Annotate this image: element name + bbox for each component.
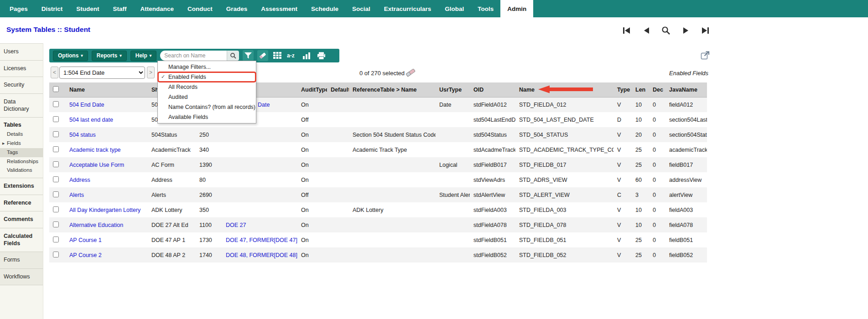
select-all-checkbox[interactable] [53, 86, 59, 92]
column-header-oid-9[interactable]: OID [470, 82, 515, 97]
nav-item-attendance[interactable]: Attendance [134, 0, 181, 17]
next-page-button[interactable]: > [147, 67, 155, 78]
sidebar-subitem-validations[interactable]: Validations [0, 166, 43, 175]
search-input[interactable] [160, 51, 227, 61]
row-checkbox[interactable] [53, 116, 59, 122]
nav-item-staff[interactable]: Staff [106, 0, 134, 17]
nav-item-global[interactable]: Global [438, 0, 471, 17]
row-checkbox[interactable] [53, 191, 59, 197]
sidebar-item-licenses[interactable]: Licenses [0, 61, 43, 77]
nav-item-student[interactable]: Student [69, 0, 106, 17]
clear-selection-icon[interactable] [405, 68, 416, 79]
field-name-link[interactable]: Acceptable Use Form [69, 162, 124, 168]
search-submit-button[interactable] [227, 51, 239, 61]
nav-item-pages[interactable]: Pages [3, 0, 35, 17]
cell-alias-link[interactable]: DOE 27 [226, 222, 246, 228]
sidebar-item-tables[interactable]: Tables [0, 118, 43, 130]
filter-menu-item-audited[interactable]: Audited [158, 92, 256, 102]
row-checkbox[interactable] [53, 161, 59, 167]
nav-item-schedule[interactable]: Schedule [304, 0, 345, 17]
nav-item-district[interactable]: District [35, 0, 70, 17]
field-name-link[interactable]: Address [69, 177, 90, 183]
sidebar-item-calculated-fields[interactable]: Calculated Fields [0, 228, 43, 252]
sidebar-item-reference[interactable]: Reference [0, 195, 43, 212]
column-header-default-6[interactable]: Default [327, 82, 349, 97]
filter-icon[interactable] [243, 50, 254, 61]
cell-alias-link[interactable]: Date [258, 102, 270, 108]
column-header-javaname-14[interactable]: JavaName [665, 82, 707, 97]
sidebar-subitem-relationships[interactable]: Relationships [0, 157, 43, 166]
previous-record-button[interactable] [639, 24, 654, 37]
column-header-name-1[interactable]: Name [66, 82, 148, 97]
last-record-button[interactable] [698, 24, 712, 37]
search-records-button[interactable] [659, 24, 673, 37]
row-checkbox[interactable] [53, 237, 59, 242]
row-checkbox[interactable] [53, 221, 59, 227]
field-name-link[interactable]: Alerts [69, 192, 84, 198]
first-record-button[interactable] [619, 24, 634, 37]
nav-item-grades[interactable]: Grades [219, 0, 255, 17]
reports-button[interactable]: Reports [92, 51, 127, 61]
nav-item-tools[interactable]: Tools [471, 0, 500, 17]
table-row: Alternative EducationDOE 27 Alt Ed1100DO… [49, 217, 707, 232]
field-name-link[interactable]: All Day Kindergarten Lottery [69, 207, 140, 213]
nav-item-social[interactable]: Social [345, 0, 377, 17]
row-checkbox[interactable] [53, 252, 59, 257]
field-name-link[interactable]: Alternative Education [69, 222, 123, 228]
help-button[interactable]: Help [130, 51, 157, 61]
sidebar-item-comments[interactable]: Comments [0, 211, 43, 228]
field-name-link[interactable]: 504 last end date [69, 117, 113, 123]
sort-az-icon[interactable]: a-z [286, 50, 297, 61]
field-name-link[interactable]: Academic track type [69, 147, 121, 153]
chart-icon[interactable] [301, 50, 312, 61]
filter-menu-item-manage-filters[interactable]: Manage Filters... [158, 62, 256, 72]
sidebar-item-security[interactable]: Security [0, 77, 43, 94]
select-all-header[interactable] [49, 82, 66, 97]
record-select[interactable]: 1:504 End Date [59, 67, 145, 79]
nav-item-assessment[interactable]: Assessment [254, 0, 304, 17]
cell-reference-table [349, 97, 436, 112]
filter-menu-item-all-records[interactable]: All Records [158, 82, 256, 92]
field-name-link[interactable]: AP Course 1 [69, 237, 102, 243]
sidebar-item-forms[interactable]: Forms [0, 252, 43, 269]
row-checkbox[interactable] [53, 146, 59, 152]
column-header-dec-13[interactable]: Dec [649, 82, 665, 97]
cell-alias-link[interactable]: DOE 47, FORMER[DOE 47] [226, 237, 297, 243]
sidebar-subitem-tags[interactable]: Tags [0, 148, 43, 157]
print-icon[interactable] [316, 50, 327, 61]
filter-menu-item-available-fields[interactable]: Available Fields [158, 112, 256, 122]
sidebar-item-data-dictionary[interactable]: Data Dictionary [0, 94, 43, 118]
options-button[interactable]: Options [53, 51, 88, 61]
nav-item-admin[interactable]: Admin [500, 0, 533, 17]
column-header-referencetable-name-7[interactable]: ReferenceTable > Name [349, 82, 436, 97]
table-row: AlertsAlerts2690OffStudent AlertstdAlert… [49, 187, 707, 202]
column-header-audittype-5[interactable]: AuditType [297, 82, 327, 97]
sidebar-item-extensions[interactable]: Extensions [0, 178, 43, 195]
sidebar-subitem-details[interactable]: Details [0, 130, 43, 139]
filter-clear-icon[interactable] [257, 50, 268, 61]
column-header-usrtype-8[interactable]: UsrType [436, 82, 470, 97]
expand-icon[interactable] [701, 51, 710, 62]
column-header-len-12[interactable]: Len [632, 82, 649, 97]
row-checkbox[interactable] [53, 206, 59, 212]
field-name-link[interactable]: AP Course 2 [69, 252, 102, 258]
nav-item-conduct[interactable]: Conduct [181, 0, 219, 17]
column-header-type-11[interactable]: Type [613, 82, 632, 97]
next-record-button[interactable] [678, 24, 693, 37]
field-name-link[interactable]: 504 End Date [69, 102, 104, 108]
table-head: NameShoAuditTypeDefaultReferenceTable > … [49, 82, 707, 97]
row-checkbox[interactable] [53, 131, 59, 137]
filter-menu-item-enabled-fields[interactable]: ✓Enabled Fields [158, 72, 256, 82]
grid-view-icon[interactable] [272, 50, 283, 61]
cell-javaname: section504Statu [665, 127, 707, 142]
sidebar-item-users[interactable]: Users [0, 44, 43, 61]
sidebar-item-workflows[interactable]: Workflows [0, 269, 43, 286]
prev-page-button[interactable]: < [51, 67, 58, 78]
field-name-link[interactable]: 504 status [69, 132, 96, 138]
cell-alias-link[interactable]: DOE 48, FORMER[DOE 48] [226, 252, 297, 258]
sidebar-subitem-fields[interactable]: Fields [0, 139, 43, 148]
row-checkbox[interactable] [53, 101, 59, 107]
nav-item-extracurriculars[interactable]: Extracurriculars [377, 0, 438, 17]
filter-menu-item-name-contains-from-all-records[interactable]: Name Contains? (from all records) [158, 102, 256, 112]
row-checkbox[interactable] [53, 176, 59, 182]
